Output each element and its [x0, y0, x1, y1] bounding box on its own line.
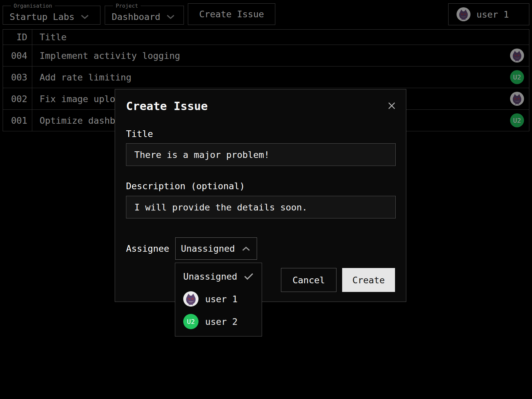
- assignee-select[interactable]: Unassigned: [175, 237, 257, 260]
- cancel-button[interactable]: Cancel: [281, 268, 336, 292]
- option-label: user 2: [205, 317, 238, 327]
- assignee-selected-value: Unassigned: [181, 243, 235, 254]
- option-avatar: [183, 291, 199, 307]
- modal-title: Create Issue: [126, 99, 208, 113]
- user-1-avatar-icon: [183, 291, 199, 307]
- user-2-avatar-badge: U2: [183, 314, 199, 329]
- assignee-option[interactable]: user 1: [175, 288, 262, 310]
- description-field-label: Description (optional): [126, 181, 245, 191]
- title-field-label: Title: [126, 129, 153, 139]
- assignee-option[interactable]: U2user 2: [175, 310, 262, 333]
- option-label: Unassigned: [183, 271, 237, 282]
- assignee-dropdown-menu: Unassigned user 1U2user 2: [175, 263, 262, 336]
- close-icon[interactable]: [387, 101, 396, 110]
- title-input[interactable]: [126, 143, 396, 166]
- assignee-option[interactable]: Unassigned: [175, 265, 262, 288]
- chevron-up-icon: [242, 246, 250, 251]
- description-input[interactable]: [126, 196, 396, 218]
- option-avatar: U2: [183, 314, 199, 329]
- option-label: user 1: [205, 294, 238, 304]
- assignee-field-label: Assignee: [126, 243, 169, 254]
- create-button[interactable]: Create: [342, 268, 395, 292]
- check-icon: [244, 272, 254, 280]
